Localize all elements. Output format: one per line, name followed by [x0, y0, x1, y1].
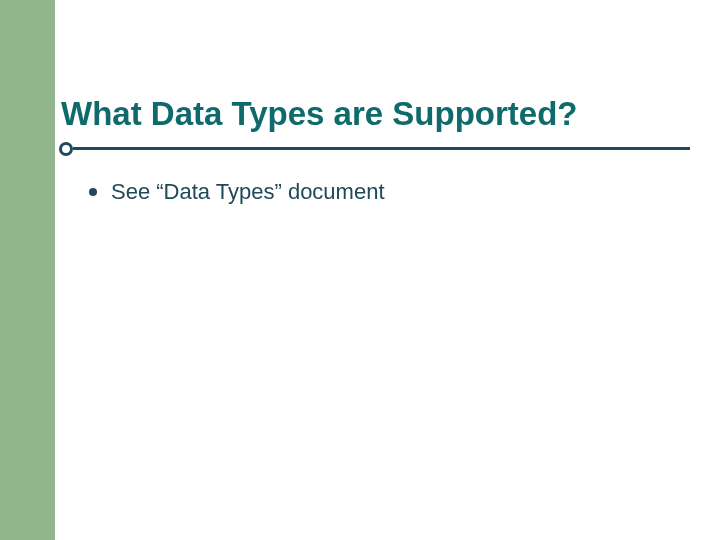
slide-content: What Data Types are Supported? See “Data… — [55, 0, 720, 540]
list-item: See “Data Types” document — [85, 177, 720, 207]
title-divider — [55, 143, 720, 159]
bullet-list: See “Data Types” document — [85, 177, 720, 207]
slide-title: What Data Types are Supported? — [61, 95, 720, 133]
divider-line — [73, 147, 690, 150]
divider-cap-icon — [59, 142, 73, 156]
list-item-text: See “Data Types” document — [111, 179, 385, 204]
accent-sidebar — [0, 0, 55, 540]
